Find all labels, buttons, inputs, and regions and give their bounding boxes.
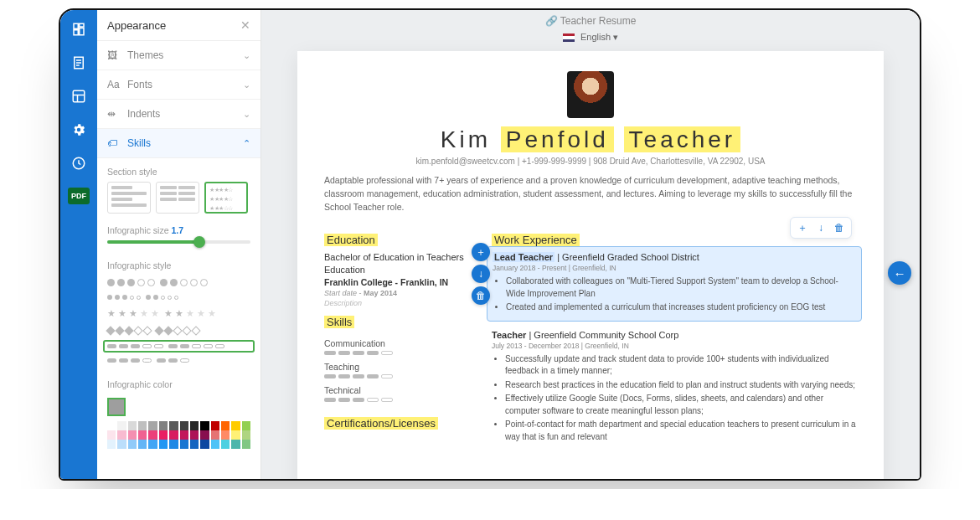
document-title[interactable]: Teacher Resume [560, 15, 637, 27]
job-title-line[interactable]: Lead Teacher | Greenfield Graded School … [493, 252, 856, 262]
color-swatch[interactable] [190, 440, 199, 449]
education-school[interactable]: Franklin College - Franklin, IN [324, 277, 475, 287]
color-swatch[interactable] [231, 430, 240, 440]
section-education-title[interactable]: Education [324, 234, 378, 246]
color-swatch[interactable] [128, 430, 137, 440]
job-bullet[interactable]: Collaborated with colleagues on "Multi-T… [506, 275, 856, 300]
move-down-button[interactable]: ↓ [812, 220, 829, 235]
color-swatch[interactable] [107, 430, 116, 440]
accordion-themes[interactable]: 🖼Themes ⌄ [97, 41, 260, 70]
color-swatch[interactable] [242, 440, 250, 449]
collapse-panel-fab[interactable]: ← [888, 261, 911, 285]
job-bullet[interactable]: Research best practices in the education… [505, 379, 857, 392]
color-swatch[interactable] [211, 421, 219, 430]
education-description-placeholder[interactable]: Description [324, 299, 475, 307]
info-style-dashes[interactable] [103, 340, 255, 353]
color-swatch[interactable] [231, 440, 240, 449]
section-style-option-1[interactable] [107, 182, 151, 214]
job-bullet[interactable]: Successfully update and track student da… [505, 353, 857, 378]
color-swatch[interactable] [180, 421, 188, 430]
skill-item[interactable]: Technical [324, 385, 475, 402]
section-work-title[interactable]: Work Experience [492, 234, 580, 246]
color-swatch[interactable] [200, 430, 209, 440]
color-swatch[interactable] [117, 440, 126, 449]
color-swatch[interactable] [221, 430, 230, 440]
info-style-smalldots[interactable] [107, 295, 250, 300]
color-swatch[interactable] [231, 421, 240, 430]
color-swatch[interactable] [138, 430, 147, 440]
job-entry[interactable]: Lead Teacher | Greenfield Graded School … [487, 246, 862, 322]
contact-line[interactable]: kim.penfold@sweetcv.com | +1-999-999-999… [324, 157, 857, 166]
name-heading[interactable]: Kim Penfold Teacher [324, 126, 857, 153]
accordion-indents[interactable]: ⇹Indents ⌄ [97, 100, 260, 129]
color-swatch[interactable] [138, 421, 147, 430]
job-bullet[interactable]: Point-of-contact for math department and… [505, 419, 857, 443]
color-swatch[interactable] [180, 430, 188, 440]
color-swatch[interactable] [200, 421, 209, 430]
panel-close-icon[interactable]: ✕ [240, 18, 250, 32]
color-swatch[interactable] [159, 430, 168, 440]
color-swatch[interactable] [117, 421, 126, 430]
color-swatch[interactable] [107, 421, 116, 430]
rail-sections-icon[interactable] [70, 87, 88, 106]
color-swatch[interactable] [221, 440, 230, 449]
info-style-diamonds[interactable] [107, 327, 250, 334]
skill-item[interactable]: Communication [324, 338, 475, 355]
color-swatch[interactable] [169, 440, 178, 449]
color-swatch[interactable] [190, 430, 199, 440]
color-swatch[interactable] [169, 421, 178, 430]
add-block-button[interactable]: ＋ [794, 220, 811, 235]
color-swatch[interactable] [138, 440, 147, 449]
color-swatch[interactable] [221, 421, 230, 430]
color-swatch[interactable] [117, 430, 126, 440]
color-swatch[interactable] [242, 421, 250, 430]
info-style-dots[interactable] [107, 279, 250, 286]
rail-design-icon[interactable] [70, 20, 88, 39]
profile-photo[interactable] [567, 71, 614, 118]
accordion-skills[interactable]: 🏷Skills ⌃ [97, 129, 260, 158]
color-swatch[interactable] [159, 421, 168, 430]
job-bullet[interactable]: Effectively utilize Google Suite (Docs, … [505, 393, 857, 417]
section-style-option-3[interactable]: ★★★★☆ ★★★★☆ ★★★☆☆ [204, 182, 248, 214]
job-entry[interactable]: Teacher | Greenfield Community School Co… [492, 330, 857, 444]
move-item-down-button[interactable]: ↓ [472, 265, 490, 283]
color-swatch[interactable] [107, 440, 116, 449]
section-style-option-2[interactable] [156, 182, 199, 214]
delete-item-button[interactable]: 🗑 [472, 286, 490, 305]
color-swatch[interactable] [211, 440, 219, 449]
color-swatch[interactable] [128, 440, 137, 449]
delete-block-button[interactable]: 🗑 [831, 220, 848, 235]
color-swatch[interactable] [148, 440, 157, 449]
section-certs-title[interactable]: Certifications/Licenses [324, 417, 438, 430]
accordion-fonts[interactable]: AaFonts ⌄ [97, 70, 260, 100]
color-swatch[interactable] [169, 430, 178, 440]
info-size-slider[interactable] [107, 240, 250, 244]
rail-pdf-export[interactable]: PDF [68, 188, 90, 204]
color-swatch[interactable] [242, 430, 250, 440]
job-title-line[interactable]: Teacher | Greenfield Community School Co… [492, 330, 857, 340]
color-swatch[interactable] [200, 440, 209, 449]
info-size-label: Infographic size [107, 225, 169, 235]
color-swatch[interactable] [180, 440, 188, 449]
summary-text[interactable]: Adaptable professional with 7+ years of … [324, 174, 857, 214]
rail-content-icon[interactable] [70, 54, 88, 72]
skill-item[interactable]: Teaching [324, 362, 475, 378]
color-swatch[interactable] [128, 421, 137, 430]
color-swatch[interactable] [211, 430, 219, 440]
add-item-button[interactable]: ＋ [472, 243, 490, 261]
color-swatch[interactable] [159, 440, 168, 449]
selected-color-swatch[interactable] [107, 398, 126, 416]
info-style-stars[interactable]: ★★★★★ ★★★★★ [107, 308, 250, 319]
color-swatch[interactable] [148, 430, 157, 440]
resume-page[interactable]: Kim Penfold Teacher kim.penfold@sweetcv.… [297, 51, 884, 479]
section-skills-title[interactable]: Skills [324, 316, 354, 328]
rail-history-icon[interactable] [70, 154, 88, 172]
job-bullet[interactable]: Created and implemented a curriculum tha… [506, 301, 856, 314]
color-swatch[interactable] [190, 421, 199, 430]
language-selector[interactable]: English ▾ [261, 32, 920, 48]
education-degree[interactable]: Bachelor of Education in Teachers Educat… [324, 251, 475, 275]
info-style-pills[interactable] [107, 358, 250, 363]
rail-settings-icon[interactable] [70, 121, 88, 139]
color-swatch[interactable] [148, 421, 157, 430]
education-date[interactable]: Start date - May 2014 [324, 289, 475, 297]
